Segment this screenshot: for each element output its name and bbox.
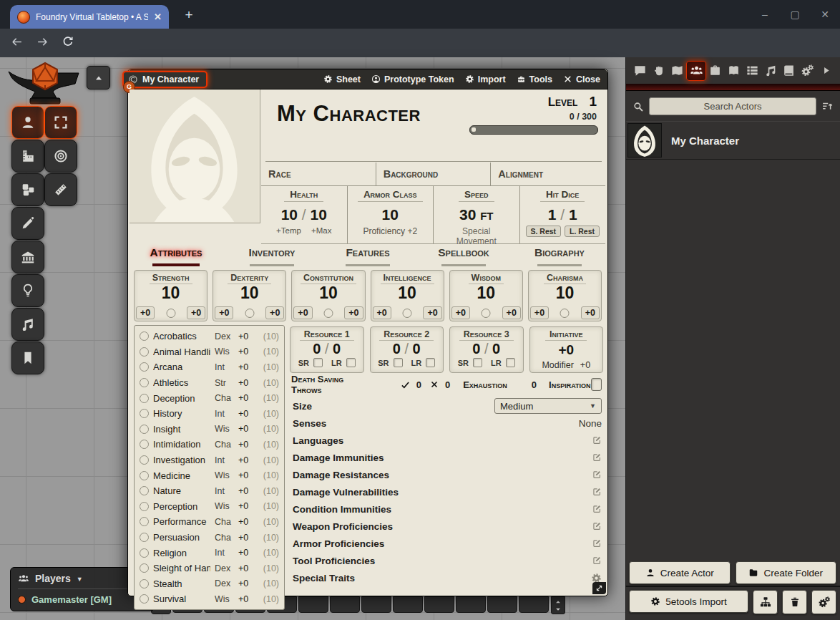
skill-row[interactable]: MedicineWis+0(10) xyxy=(140,468,279,483)
browser-tab[interactable]: Foundry Virtual Tabletop • A Stan ✕ xyxy=(10,5,169,29)
alignment-field[interactable]: Alignment xyxy=(490,163,605,185)
skill-proficiency-toggle[interactable] xyxy=(140,362,149,372)
skill-modifier[interactable]: +0 xyxy=(238,393,255,403)
ability-charisma[interactable]: Charisma10+0+0 xyxy=(528,270,602,321)
actor-list-item[interactable]: My Character xyxy=(626,121,840,160)
skill-modifier[interactable]: +0 xyxy=(238,424,255,434)
skill-row[interactable]: NatureInt+0(10) xyxy=(140,483,279,499)
skill-proficiency-toggle[interactable] xyxy=(140,394,149,403)
edit-icon[interactable] xyxy=(592,487,602,497)
minimize-button[interactable]: – xyxy=(750,9,780,20)
ability-modifier[interactable]: +0 xyxy=(187,306,205,319)
skill-row[interactable]: PersuasionCha+0(10) xyxy=(140,530,279,546)
skill-modifier[interactable]: +0 xyxy=(238,378,255,388)
sr-checkbox[interactable] xyxy=(313,358,323,367)
skill-proficiency-toggle[interactable] xyxy=(140,471,149,480)
skill-row[interactable]: AthleticsStr+0(10) xyxy=(140,375,279,391)
edit-icon[interactable] xyxy=(592,504,602,514)
short-rest-button[interactable]: S. Rest xyxy=(526,226,562,237)
skill-row[interactable]: HistoryInt+0(10) xyxy=(140,406,279,422)
skill-modifier[interactable]: +0 xyxy=(238,517,255,527)
skill-proficiency-toggle[interactable] xyxy=(140,425,149,434)
skill-modifier[interactable]: +0 xyxy=(238,470,255,480)
macro-slot[interactable] xyxy=(393,596,423,613)
race-field[interactable]: Race xyxy=(261,163,376,185)
character-sheet-window[interactable]: My Character G SheetPrototype TokenImpor… xyxy=(127,69,608,596)
proficiency-toggle[interactable] xyxy=(245,309,254,318)
skill-proficiency-toggle[interactable] xyxy=(140,563,149,573)
ruler-tool-button[interactable] xyxy=(44,173,77,206)
speed-value[interactable]: 30 ft xyxy=(434,206,519,223)
ability-score[interactable]: 10 xyxy=(529,285,601,301)
skill-row[interactable]: InsightWis+0(10) xyxy=(140,422,279,437)
sr-checkbox[interactable] xyxy=(473,358,482,367)
ability-save-mod[interactable]: +0 xyxy=(293,306,312,319)
hit-dice-value[interactable]: 1 / 1 xyxy=(520,206,606,223)
drawing-tool-button[interactable] xyxy=(11,207,44,240)
skill-row[interactable]: ArcanaInt+0(10) xyxy=(140,359,279,375)
resource-3-box[interactable]: Resource 30 / 0SRLR xyxy=(449,326,524,373)
skill-modifier[interactable]: +0 xyxy=(238,440,255,450)
sidebar-tab-settings[interactable] xyxy=(799,62,817,80)
skill-row[interactable]: DeceptionCha+0(10) xyxy=(140,390,279,406)
skill-row[interactable]: InvestigationInt+0(10) xyxy=(140,452,279,468)
proficiency-toggle[interactable] xyxy=(166,309,175,318)
ability-score[interactable]: 10 xyxy=(450,285,522,301)
search-input[interactable] xyxy=(649,97,816,115)
skill-row[interactable]: AcrobaticsDex+0(10) xyxy=(140,329,279,344)
ability-dexterity[interactable]: Dexterity10+0+0 xyxy=(213,270,286,321)
proficiency-toggle[interactable] xyxy=(482,309,491,318)
initiative-value[interactable]: +0 xyxy=(530,343,603,358)
lr-checkbox[interactable] xyxy=(426,358,435,367)
tab-close-icon[interactable]: ✕ xyxy=(154,11,162,22)
sheet-sheet-button[interactable]: Sheet xyxy=(323,74,361,84)
ability-score[interactable]: 10 xyxy=(135,285,207,301)
ability-modifier[interactable]: +0 xyxy=(423,306,441,319)
sort-filter-icon[interactable] xyxy=(821,100,834,112)
edit-icon[interactable] xyxy=(592,435,602,445)
settings-gears-button[interactable] xyxy=(811,590,836,614)
skill-modifier[interactable]: +0 xyxy=(238,578,255,588)
skill-modifier[interactable]: +0 xyxy=(238,486,255,496)
skill-proficiency-toggle[interactable] xyxy=(140,502,149,511)
edit-icon[interactable] xyxy=(592,538,602,548)
skill-row[interactable]: IntimidationCha+0(10) xyxy=(140,437,279,452)
create-folder-button[interactable]: Create Folder xyxy=(736,561,837,584)
proficiency-toggle[interactable] xyxy=(560,309,570,318)
ability-score[interactable]: 10 xyxy=(213,285,285,301)
edit-icon[interactable] xyxy=(592,556,602,566)
exhaustion-value[interactable]: 0 xyxy=(532,379,537,390)
skill-modifier[interactable]: +0 xyxy=(238,455,255,465)
long-rest-button[interactable]: L. Rest xyxy=(565,226,600,237)
resource-value[interactable]: 0 / 0 xyxy=(290,342,363,356)
sheet-close-button[interactable]: Close xyxy=(563,74,600,84)
macro-slot[interactable] xyxy=(456,596,486,613)
background-field[interactable]: Background xyxy=(376,163,491,185)
tiles-tool-button[interactable] xyxy=(11,241,44,273)
skill-proficiency-toggle[interactable] xyxy=(140,440,149,449)
initiative-box[interactable]: Initiative+0Modifier+0 xyxy=(529,326,604,373)
skill-modifier[interactable]: +0 xyxy=(238,409,255,419)
ability-save-mod[interactable]: +0 xyxy=(530,306,549,319)
sidebar-tab-compendium[interactable] xyxy=(780,62,799,80)
ability-intelligence[interactable]: Intelligence10+0+0 xyxy=(371,270,444,321)
macro-slot[interactable] xyxy=(330,596,360,613)
sheet-window-header[interactable]: My Character G SheetPrototype TokenImpor… xyxy=(128,69,607,89)
level-value[interactable]: 1 xyxy=(589,94,597,110)
macro-slot[interactable] xyxy=(487,596,517,613)
tab-inventory[interactable]: Inventory xyxy=(224,246,320,268)
sidebar-tab-combat[interactable] xyxy=(650,62,668,80)
skill-row[interactable]: ReligionInt+0(10) xyxy=(140,545,279,561)
macro-slot[interactable] xyxy=(361,596,391,613)
lr-checkbox[interactable] xyxy=(506,358,515,367)
select-tool-button[interactable] xyxy=(44,106,77,139)
ability-save-mod[interactable]: +0 xyxy=(451,306,470,319)
death-success-icon[interactable] xyxy=(401,380,410,389)
sounds-tool-button[interactable] xyxy=(11,308,44,341)
sidebar-tab-items[interactable] xyxy=(706,62,725,80)
sidebar-tab-tables[interactable] xyxy=(743,62,761,80)
edit-icon[interactable] xyxy=(592,452,602,462)
hit-dice-stat[interactable]: Hit Dice 1 / 1 S. Rest L. Rest xyxy=(519,185,606,243)
skill-proficiency-toggle[interactable] xyxy=(140,409,149,418)
tab-biography[interactable]: Biography xyxy=(512,246,607,268)
